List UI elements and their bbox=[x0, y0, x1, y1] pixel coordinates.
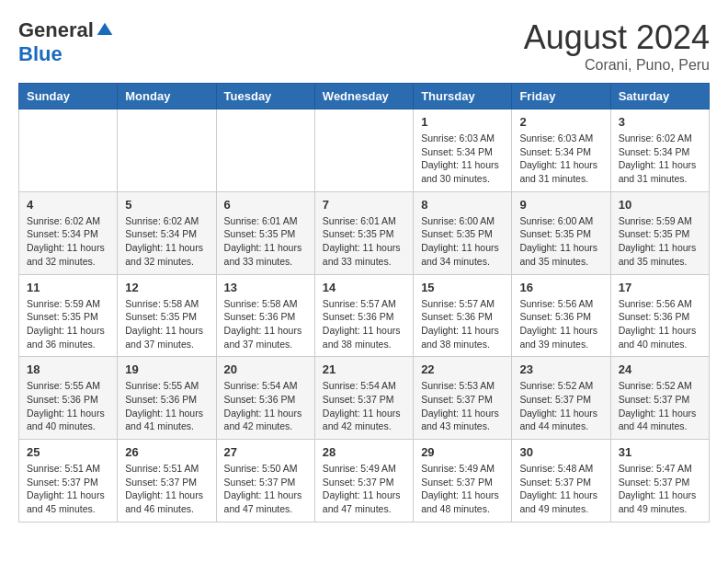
day-number: 31 bbox=[619, 445, 701, 459]
day-info: Sunrise: 5:47 AM Sunset: 5:37 PM Dayligh… bbox=[619, 462, 701, 516]
day-of-week-header: Saturday bbox=[610, 84, 709, 109]
day-number: 15 bbox=[421, 281, 504, 294]
day-info: Sunrise: 5:49 AM Sunset: 5:37 PM Dayligh… bbox=[421, 462, 504, 516]
calendar-day-cell: 22Sunrise: 5:53 AM Sunset: 5:37 PM Dayli… bbox=[414, 357, 512, 440]
calendar-day-cell: 21Sunrise: 5:54 AM Sunset: 5:37 PM Dayli… bbox=[314, 357, 413, 440]
calendar-week-row: 18Sunrise: 5:55 AM Sunset: 5:36 PM Dayli… bbox=[19, 357, 710, 440]
day-info: Sunrise: 5:56 AM Sunset: 5:36 PM Dayligh… bbox=[519, 297, 602, 351]
calendar-day-cell: 15Sunrise: 5:57 AM Sunset: 5:36 PM Dayli… bbox=[414, 274, 512, 357]
calendar-day-cell: 17Sunrise: 5:56 AM Sunset: 5:36 PM Dayli… bbox=[610, 274, 709, 357]
day-info: Sunrise: 5:52 AM Sunset: 5:37 PM Dayligh… bbox=[519, 379, 602, 433]
location-subtitle: Corani, Puno, Peru bbox=[524, 57, 710, 74]
calendar-day-cell bbox=[216, 109, 314, 192]
calendar-day-cell bbox=[118, 109, 216, 192]
calendar-day-cell: 16Sunrise: 5:56 AM Sunset: 5:36 PM Dayli… bbox=[512, 274, 610, 357]
calendar-day-cell: 3Sunrise: 6:02 AM Sunset: 5:34 PM Daylig… bbox=[610, 109, 709, 192]
calendar-day-cell: 26Sunrise: 5:51 AM Sunset: 5:37 PM Dayli… bbox=[118, 440, 216, 523]
day-info: Sunrise: 5:53 AM Sunset: 5:37 PM Dayligh… bbox=[421, 379, 504, 433]
calendar-day-cell bbox=[314, 109, 413, 192]
day-number: 17 bbox=[619, 281, 701, 294]
day-info: Sunrise: 5:57 AM Sunset: 5:36 PM Dayligh… bbox=[421, 297, 504, 351]
day-info: Sunrise: 6:03 AM Sunset: 5:34 PM Dayligh… bbox=[421, 132, 504, 186]
calendar-day-cell: 12Sunrise: 5:58 AM Sunset: 5:35 PM Dayli… bbox=[118, 274, 216, 357]
page-header: General Blue August 2024 Corani, Puno, P… bbox=[18, 18, 710, 74]
calendar-day-cell: 4Sunrise: 6:02 AM Sunset: 5:34 PM Daylig… bbox=[19, 191, 118, 274]
day-info: Sunrise: 6:03 AM Sunset: 5:34 PM Dayligh… bbox=[519, 132, 602, 186]
day-info: Sunrise: 5:51 AM Sunset: 5:37 PM Dayligh… bbox=[27, 462, 109, 516]
calendar-day-cell: 6Sunrise: 6:01 AM Sunset: 5:35 PM Daylig… bbox=[216, 191, 314, 274]
calendar-day-cell: 24Sunrise: 5:52 AM Sunset: 5:37 PM Dayli… bbox=[610, 357, 709, 440]
day-info: Sunrise: 5:54 AM Sunset: 5:37 PM Dayligh… bbox=[323, 379, 405, 433]
day-number: 28 bbox=[323, 445, 405, 459]
calendar-day-cell: 25Sunrise: 5:51 AM Sunset: 5:37 PM Dayli… bbox=[19, 440, 118, 523]
calendar-week-row: 11Sunrise: 5:59 AM Sunset: 5:35 PM Dayli… bbox=[19, 274, 710, 357]
day-number: 1 bbox=[421, 115, 504, 129]
calendar-day-cell: 5Sunrise: 6:02 AM Sunset: 5:34 PM Daylig… bbox=[118, 191, 216, 274]
day-info: Sunrise: 6:01 AM Sunset: 5:35 PM Dayligh… bbox=[323, 214, 405, 269]
day-of-week-header: Thursday bbox=[414, 84, 512, 109]
day-of-week-header: Monday bbox=[118, 84, 216, 109]
svg-marker-0 bbox=[97, 23, 113, 35]
calendar-week-row: 1Sunrise: 6:03 AM Sunset: 5:34 PM Daylig… bbox=[19, 109, 710, 192]
day-info: Sunrise: 5:51 AM Sunset: 5:37 PM Dayligh… bbox=[125, 462, 208, 516]
day-info: Sunrise: 5:55 AM Sunset: 5:36 PM Dayligh… bbox=[27, 379, 109, 433]
day-info: Sunrise: 5:59 AM Sunset: 5:35 PM Dayligh… bbox=[619, 214, 701, 269]
day-info: Sunrise: 5:57 AM Sunset: 5:36 PM Dayligh… bbox=[323, 297, 405, 351]
day-number: 14 bbox=[323, 281, 405, 294]
day-info: Sunrise: 5:58 AM Sunset: 5:36 PM Dayligh… bbox=[224, 297, 307, 351]
day-info: Sunrise: 5:59 AM Sunset: 5:35 PM Dayligh… bbox=[27, 297, 109, 351]
day-number: 27 bbox=[224, 445, 307, 459]
calendar-day-cell bbox=[19, 109, 118, 192]
day-of-week-header: Sunday bbox=[19, 84, 118, 109]
day-info: Sunrise: 5:58 AM Sunset: 5:35 PM Dayligh… bbox=[125, 297, 208, 351]
month-year-title: August 2024 bbox=[524, 18, 710, 57]
day-number: 26 bbox=[125, 445, 208, 459]
calendar-day-cell: 23Sunrise: 5:52 AM Sunset: 5:37 PM Dayli… bbox=[512, 357, 610, 440]
day-info: Sunrise: 6:02 AM Sunset: 5:34 PM Dayligh… bbox=[619, 132, 701, 186]
day-number: 29 bbox=[421, 445, 504, 459]
day-number: 6 bbox=[224, 198, 307, 212]
calendar-day-cell: 9Sunrise: 6:00 AM Sunset: 5:35 PM Daylig… bbox=[512, 191, 610, 274]
day-number: 10 bbox=[619, 198, 701, 212]
day-info: Sunrise: 5:52 AM Sunset: 5:37 PM Dayligh… bbox=[619, 379, 701, 433]
calendar-day-cell: 11Sunrise: 5:59 AM Sunset: 5:35 PM Dayli… bbox=[19, 274, 118, 357]
calendar-day-cell: 28Sunrise: 5:49 AM Sunset: 5:37 PM Dayli… bbox=[314, 440, 413, 523]
calendar-day-cell: 2Sunrise: 6:03 AM Sunset: 5:34 PM Daylig… bbox=[512, 109, 610, 192]
calendar-day-cell: 31Sunrise: 5:47 AM Sunset: 5:37 PM Dayli… bbox=[610, 440, 709, 523]
logo-icon bbox=[96, 21, 114, 40]
day-number: 9 bbox=[519, 198, 602, 212]
day-number: 12 bbox=[125, 281, 208, 294]
day-number: 23 bbox=[519, 362, 602, 376]
day-number: 24 bbox=[619, 362, 701, 376]
calendar-day-cell: 13Sunrise: 5:58 AM Sunset: 5:36 PM Dayli… bbox=[216, 274, 314, 357]
day-number: 7 bbox=[323, 198, 405, 212]
calendar-day-cell: 10Sunrise: 5:59 AM Sunset: 5:35 PM Dayli… bbox=[610, 191, 709, 274]
calendar-table: SundayMondayTuesdayWednesdayThursdayFrid… bbox=[18, 83, 710, 523]
day-of-week-header: Tuesday bbox=[216, 84, 314, 109]
day-info: Sunrise: 5:54 AM Sunset: 5:36 PM Dayligh… bbox=[224, 379, 307, 433]
day-number: 21 bbox=[323, 362, 405, 376]
title-area: August 2024 Corani, Puno, Peru bbox=[524, 18, 710, 74]
calendar-day-cell: 30Sunrise: 5:48 AM Sunset: 5:37 PM Dayli… bbox=[512, 440, 610, 523]
day-number: 16 bbox=[519, 281, 602, 294]
logo-blue-text: Blue bbox=[18, 42, 63, 66]
calendar-day-cell: 14Sunrise: 5:57 AM Sunset: 5:36 PM Dayli… bbox=[314, 274, 413, 357]
calendar-day-cell: 20Sunrise: 5:54 AM Sunset: 5:36 PM Dayli… bbox=[216, 357, 314, 440]
day-of-week-header: Friday bbox=[512, 84, 610, 109]
day-info: Sunrise: 6:02 AM Sunset: 5:34 PM Dayligh… bbox=[125, 214, 208, 269]
logo-general-text: General bbox=[18, 18, 94, 42]
calendar-day-cell: 8Sunrise: 6:00 AM Sunset: 5:35 PM Daylig… bbox=[414, 191, 512, 274]
day-number: 8 bbox=[421, 198, 504, 212]
day-number: 3 bbox=[619, 115, 701, 129]
day-info: Sunrise: 6:01 AM Sunset: 5:35 PM Dayligh… bbox=[224, 214, 307, 269]
day-number: 4 bbox=[27, 198, 109, 212]
day-info: Sunrise: 5:56 AM Sunset: 5:36 PM Dayligh… bbox=[619, 297, 701, 351]
calendar-day-cell: 18Sunrise: 5:55 AM Sunset: 5:36 PM Dayli… bbox=[19, 357, 118, 440]
day-number: 18 bbox=[27, 362, 109, 376]
calendar-header-row: SundayMondayTuesdayWednesdayThursdayFrid… bbox=[19, 84, 710, 109]
day-number: 19 bbox=[125, 362, 208, 376]
calendar-week-row: 4Sunrise: 6:02 AM Sunset: 5:34 PM Daylig… bbox=[19, 191, 710, 274]
calendar-week-row: 25Sunrise: 5:51 AM Sunset: 5:37 PM Dayli… bbox=[19, 440, 710, 523]
day-info: Sunrise: 5:55 AM Sunset: 5:36 PM Dayligh… bbox=[125, 379, 208, 433]
day-info: Sunrise: 6:02 AM Sunset: 5:34 PM Dayligh… bbox=[27, 214, 109, 269]
